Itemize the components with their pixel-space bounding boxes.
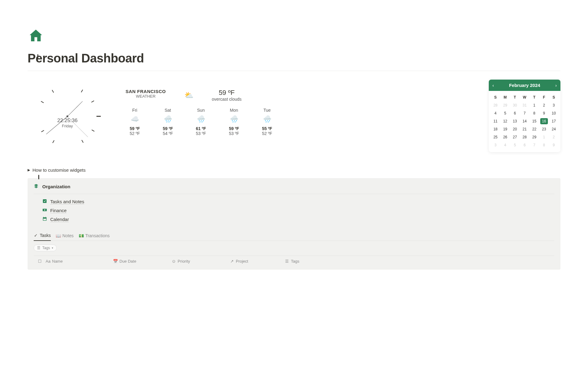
- column-name[interactable]: Name: [52, 259, 63, 264]
- weather-icon: 🌧️: [190, 115, 212, 123]
- forecast-low: 53 ºF: [190, 131, 212, 136]
- calendar-day[interactable]: 25: [491, 133, 500, 141]
- calendar-day[interactable]: 4: [500, 141, 510, 149]
- calendar-day[interactable]: 6: [520, 141, 530, 149]
- column-project[interactable]: Project: [236, 259, 248, 264]
- divider: [28, 71, 560, 71]
- column-tags[interactable]: Tags: [291, 259, 299, 264]
- calendar-day[interactable]: 23: [539, 125, 549, 133]
- calendar-day[interactable]: 2: [549, 133, 559, 141]
- weather-subtitle: WEATHER: [126, 94, 166, 99]
- calendar-day[interactable]: 19: [500, 125, 510, 133]
- calendar-month-label: February 2024: [509, 83, 540, 88]
- calendar-day[interactable]: 31: [520, 101, 530, 109]
- calendar-widget: ‹ February 2024 › SMTWTFS282930311234567…: [489, 80, 560, 152]
- calendar-day[interactable]: 11: [491, 117, 500, 125]
- forecast-day: Mon🌧️59 ºF53 ºF: [223, 108, 245, 136]
- forecast-high: 61 ºF: [190, 126, 212, 131]
- svg-rect-6: [46, 217, 46, 218]
- calendar-day[interactable]: 20: [510, 125, 520, 133]
- calendar-day[interactable]: 14: [520, 117, 530, 125]
- calendar-day[interactable]: 1: [539, 133, 549, 141]
- forecast-day: Sat🌧️59 ºF54 ºF: [157, 108, 179, 136]
- tab-icon: 💵: [79, 234, 83, 238]
- forecast-low: 53 ºF: [223, 131, 245, 136]
- calendar-day[interactable]: 9: [549, 141, 559, 149]
- forecast-high: 59 ºF: [157, 126, 179, 131]
- clock-time: 22:25:36: [57, 118, 77, 124]
- calendar-day[interactable]: 28: [520, 133, 530, 141]
- calendar-day[interactable]: 13: [510, 117, 520, 125]
- calendar-day[interactable]: 9: [539, 109, 549, 117]
- calendar-day[interactable]: 17: [549, 117, 559, 125]
- calendar-day[interactable]: 5: [500, 109, 510, 117]
- org-link-finance[interactable]: Finance: [42, 206, 554, 215]
- calendar-day[interactable]: 29: [530, 133, 539, 141]
- calendar-day[interactable]: 1: [530, 101, 539, 109]
- calendar-day[interactable]: 6: [510, 109, 520, 117]
- weather-icon: ☁️: [124, 115, 145, 123]
- select-icon: ⊙: [172, 259, 176, 264]
- tab-transactions[interactable]: 💵Transactions: [79, 233, 110, 241]
- forecast-low: 52 ºF: [256, 131, 278, 136]
- calendar-prev-button[interactable]: ‹: [492, 83, 494, 88]
- calendar-day[interactable]: 27: [510, 133, 520, 141]
- calendar-day[interactable]: 8: [539, 141, 549, 149]
- forecast-low: 54 ºF: [157, 131, 179, 136]
- calendar-day[interactable]: 7: [530, 141, 539, 149]
- calendar-day[interactable]: 2: [539, 101, 549, 109]
- calendar-dow: T: [530, 93, 539, 101]
- svg-rect-5: [43, 217, 44, 218]
- forecast-day-name: Sun: [190, 108, 212, 113]
- calendar-day[interactable]: 18: [491, 125, 500, 133]
- calendar-day[interactable]: 28: [491, 101, 500, 109]
- calendar-day[interactable]: 4: [491, 109, 500, 117]
- calendar-day[interactable]: 16: [539, 117, 549, 125]
- calendar-day[interactable]: 7: [520, 109, 530, 117]
- tab-notes[interactable]: 📖Notes: [56, 233, 74, 241]
- calendar-day[interactable]: 12: [500, 117, 510, 125]
- column-due-date[interactable]: Due Date: [119, 259, 136, 264]
- toggle-arrow-icon: ▶: [28, 168, 30, 172]
- multiselect-icon: ☰: [285, 259, 289, 264]
- calendar-day[interactable]: 15: [530, 117, 539, 125]
- calendar-day[interactable]: 3: [491, 141, 500, 149]
- calendar-dow: W: [520, 93, 530, 101]
- clock-widget: 22:25:36 Friday: [34, 83, 101, 150]
- forecast-day-name: Mon: [223, 108, 245, 113]
- customise-widgets-toggle[interactable]: ▶ How to customise widgets: [28, 167, 560, 173]
- calendar-day[interactable]: 29: [500, 101, 510, 109]
- tab-tasks[interactable]: ✓Tasks: [34, 233, 51, 241]
- calendar-day[interactable]: 26: [500, 133, 510, 141]
- tab-icon: 📖: [56, 234, 61, 238]
- checkbox-column-icon: ☐: [38, 259, 42, 264]
- calendar-day[interactable]: 24: [549, 125, 559, 133]
- weather-icon: 🌧️: [157, 115, 179, 123]
- relation-icon: ↗: [230, 259, 234, 264]
- tags-filter-pill[interactable]: ☰ Tags ▾: [34, 245, 57, 251]
- calendar-icon: [42, 216, 47, 222]
- forecast-day-name: Fri: [124, 108, 145, 113]
- org-link-calendar[interactable]: Calendar: [42, 215, 554, 224]
- checkbox-icon: [42, 199, 47, 204]
- calendar-day[interactable]: 5: [510, 141, 520, 149]
- calendar-dow: M: [500, 93, 510, 101]
- weather-now-temp: 59 ºF: [212, 89, 242, 97]
- calendar-dow: F: [539, 93, 549, 101]
- weather-city: SAN FRANCISCO: [126, 89, 166, 94]
- org-link-tasks-notes[interactable]: Tasks and Notes: [42, 197, 554, 206]
- calendar-next-button[interactable]: ›: [555, 83, 557, 88]
- organization-callout: Organization Tasks and Notes Finance Cal…: [28, 178, 560, 270]
- forecast-high: 59 ºF: [223, 126, 245, 131]
- column-priority[interactable]: Priority: [178, 259, 190, 264]
- calendar-day[interactable]: 21: [520, 125, 530, 133]
- calendar-dow: S: [549, 93, 559, 101]
- calendar-day[interactable]: 3: [549, 101, 559, 109]
- calendar-day[interactable]: 22: [530, 125, 539, 133]
- calendar-day[interactable]: 30: [510, 101, 520, 109]
- table-header: ☐ Aa Name 📅 Due Date ⊙ Priority ↗ Projec…: [34, 256, 554, 264]
- forecast-high: 55 ºF: [256, 126, 278, 131]
- calendar-day[interactable]: 10: [549, 109, 559, 117]
- calendar-dow: T: [510, 93, 520, 101]
- calendar-day[interactable]: 8: [530, 109, 539, 117]
